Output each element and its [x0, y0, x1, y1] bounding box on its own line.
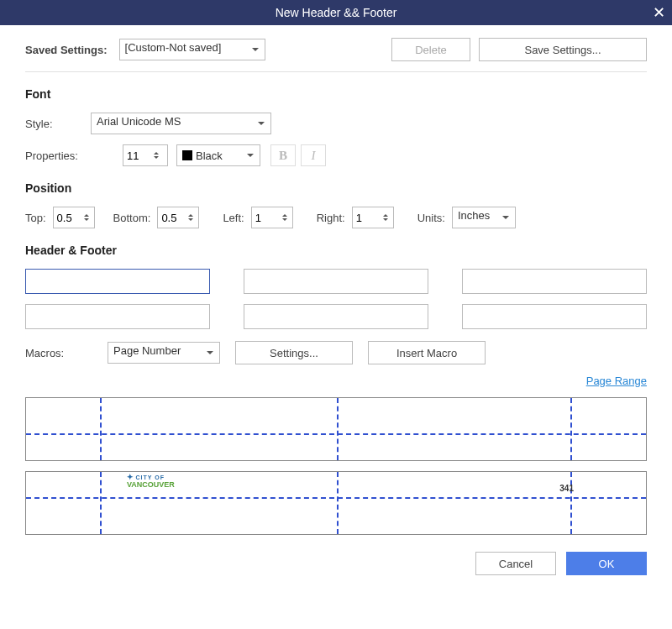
chevron-up-icon[interactable] [84, 212, 89, 217]
close-icon[interactable]: ✕ [653, 3, 665, 22]
chevron-down-icon[interactable] [154, 156, 159, 161]
save-settings-button[interactable]: Save Settings... [479, 38, 647, 61]
italic-button[interactable]: I [301, 144, 326, 166]
chevron-down-icon[interactable] [282, 218, 287, 223]
insert-macro-button[interactable]: Insert Macro [368, 341, 486, 364]
header-right-input[interactable] [462, 269, 647, 294]
hf-section-title: Header & Footer [25, 244, 647, 257]
chevron-down-icon[interactable] [84, 218, 89, 223]
footer-left-input[interactable] [25, 304, 210, 329]
bottom-stepper[interactable] [157, 207, 199, 228]
header-preview [25, 397, 647, 461]
right-input[interactable] [353, 210, 380, 226]
properties-label: Properties: [25, 149, 116, 162]
footer-center-input[interactable] [244, 304, 428, 329]
position-section-title: Position [25, 181, 647, 195]
macros-label: Macros: [25, 347, 101, 359]
macros-select[interactable]: Page Number [108, 342, 220, 364]
style-label: Style: [25, 118, 84, 130]
chevron-down-icon[interactable] [188, 218, 193, 223]
font-size-input[interactable] [123, 148, 150, 164]
footer-right-input[interactable] [462, 304, 647, 329]
font-style-select[interactable]: Arial Unicode MS [91, 113, 271, 134]
divider [25, 71, 647, 72]
top-stepper[interactable] [53, 207, 95, 228]
titlebar: New Header && Footer ✕ [0, 0, 672, 25]
page-range-link[interactable]: Page Range [586, 375, 647, 387]
saved-settings-label: Saved Settings: [25, 44, 108, 56]
header-center-input[interactable] [244, 269, 428, 294]
font-color-select[interactable]: Black [176, 144, 260, 166]
chevron-up-icon[interactable] [282, 212, 287, 217]
right-stepper[interactable] [352, 207, 394, 228]
dialog-title: New Header && Footer [276, 6, 397, 19]
preview-page-number: 341 [559, 484, 574, 493]
chevron-up-icon[interactable] [383, 212, 388, 217]
left-input[interactable] [252, 210, 279, 226]
chevron-up-icon[interactable] [188, 212, 193, 217]
ok-button[interactable]: OK [566, 552, 647, 575]
units-label: Units: [417, 212, 445, 224]
header-left-input[interactable] [25, 269, 210, 294]
color-swatch-icon [182, 150, 192, 160]
top-label: Top: [25, 212, 46, 224]
cancel-button[interactable]: Cancel [475, 552, 556, 575]
top-input[interactable] [54, 210, 81, 226]
bottom-label: Bottom: [113, 212, 151, 224]
chevron-up-icon[interactable] [154, 149, 159, 155]
font-color-value: Black [196, 149, 223, 162]
bottom-input[interactable] [158, 210, 185, 226]
font-section-title: Font [25, 87, 647, 101]
preview-logo: ✦ CITY OF VANCOUVER [127, 474, 175, 489]
settings-button[interactable]: Settings... [235, 341, 353, 364]
delete-button[interactable]: Delete [391, 38, 470, 61]
left-stepper[interactable] [251, 207, 293, 228]
units-select[interactable]: Inches [452, 207, 516, 228]
footer-preview: ✦ CITY OF VANCOUVER 341 [25, 471, 647, 535]
right-label: Right: [317, 212, 345, 224]
font-size-stepper[interactable] [123, 144, 168, 166]
chevron-down-icon[interactable] [383, 218, 388, 223]
left-label: Left: [223, 212, 244, 224]
saved-settings-select[interactable]: [Custom-Not saved] [119, 39, 265, 60]
bold-button[interactable]: B [270, 144, 296, 166]
